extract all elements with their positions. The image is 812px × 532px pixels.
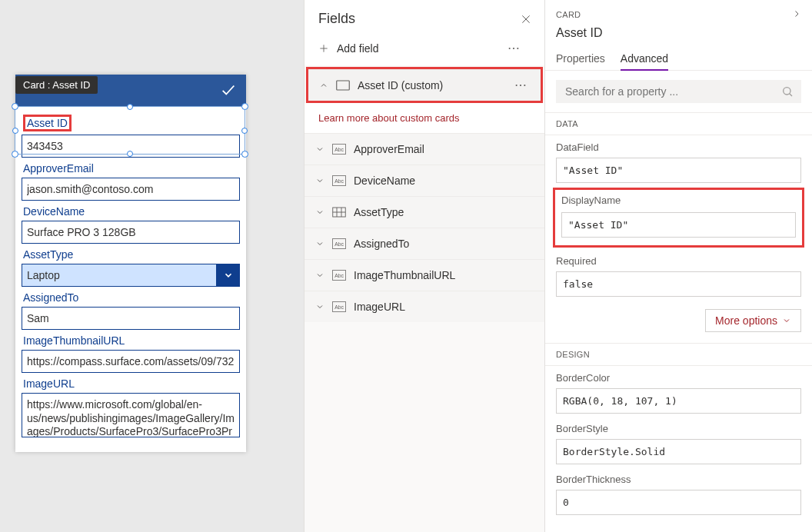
device-name-input[interactable] bbox=[22, 221, 240, 244]
svg-text:Abc: Abc bbox=[334, 178, 344, 184]
tab-properties[interactable]: Properties bbox=[556, 48, 605, 70]
field-label: AssetType bbox=[23, 248, 240, 261]
svg-rect-7 bbox=[337, 81, 350, 90]
field-item-device-name[interactable]: Abc DeviceName bbox=[304, 165, 544, 196]
asset-type-dropdown[interactable]: Laptop bbox=[22, 264, 240, 287]
chevron-down-icon bbox=[315, 271, 324, 280]
field-item-label: ImageThumbnailURL bbox=[354, 269, 534, 281]
field-label: AssignedTo bbox=[23, 291, 240, 304]
prop-search-input[interactable] bbox=[564, 85, 781, 98]
svg-text:Abc: Abc bbox=[334, 273, 344, 278]
svg-point-25 bbox=[784, 88, 790, 95]
accept-icon[interactable] bbox=[220, 81, 237, 101]
borderstyle-input[interactable] bbox=[556, 439, 801, 464]
learn-more-link[interactable]: Learn more about custom cards bbox=[304, 103, 544, 133]
prop-label: BorderColor bbox=[556, 372, 801, 384]
bordercolor-input[interactable] bbox=[556, 388, 801, 414]
highlight-field-item: Asset ID (custom) bbox=[306, 67, 543, 103]
borderthickness-input[interactable] bbox=[556, 490, 801, 515]
prop-datafield: DataField bbox=[545, 135, 812, 186]
field-asset-type[interactable]: AssetType Laptop bbox=[22, 248, 240, 287]
more-icon[interactable] bbox=[511, 84, 530, 87]
svg-text:Abc: Abc bbox=[334, 304, 344, 310]
field-image-url[interactable]: ImageURL bbox=[22, 377, 240, 440]
field-item-asset-type[interactable]: AssetType bbox=[304, 196, 544, 228]
field-assigned-to[interactable]: AssignedTo bbox=[22, 291, 240, 330]
displayname-input[interactable] bbox=[561, 212, 796, 238]
svg-text:Abc: Abc bbox=[334, 147, 344, 152]
approver-email-input[interactable] bbox=[22, 178, 240, 201]
svg-point-6 bbox=[517, 48, 518, 49]
chevron-up-icon bbox=[319, 81, 328, 90]
resize-handle[interactable] bbox=[241, 151, 248, 158]
tab-advanced[interactable]: Advanced bbox=[621, 48, 668, 71]
image-thumbnail-url-input[interactable] bbox=[22, 350, 240, 373]
datafield-input[interactable] bbox=[556, 158, 801, 183]
plus-icon bbox=[318, 43, 329, 54]
image-url-input[interactable] bbox=[22, 393, 240, 437]
selection-overlay bbox=[15, 106, 245, 155]
chevron-right-icon[interactable] bbox=[792, 8, 801, 22]
selection-tooltip: Card : Asset ID bbox=[15, 76, 98, 94]
field-item-asset-id-custom[interactable]: Asset ID (custom) bbox=[308, 69, 541, 101]
prop-label: DataField bbox=[556, 141, 801, 153]
chevron-down-icon bbox=[782, 316, 791, 325]
resize-handle[interactable] bbox=[12, 128, 18, 134]
prop-title: Asset ID bbox=[556, 26, 801, 40]
svg-point-4 bbox=[509, 48, 511, 49]
field-item-label: AssignedTo bbox=[354, 238, 534, 250]
resize-handle[interactable] bbox=[241, 128, 248, 134]
field-item-image-url[interactable]: Abc ImageURL bbox=[304, 291, 544, 322]
field-item-label: ImageURL bbox=[354, 301, 534, 313]
text-type-icon: Abc bbox=[332, 301, 346, 312]
prop-header: CARD Asset ID Properties Advanced bbox=[545, 0, 812, 71]
svg-line-26 bbox=[790, 94, 792, 96]
assigned-to-input[interactable] bbox=[22, 307, 240, 330]
prop-tabs: Properties Advanced bbox=[556, 48, 801, 70]
field-item-label: AssetType bbox=[354, 206, 534, 218]
more-options-label: More options bbox=[715, 314, 777, 327]
resize-handle[interactable] bbox=[12, 151, 18, 158]
field-item-image-thumbnail-url[interactable]: Abc ImageThumbnailURL bbox=[304, 259, 544, 291]
resize-handle[interactable] bbox=[127, 151, 133, 157]
properties-pane: CARD Asset ID Properties Advanced DATA D… bbox=[545, 0, 812, 532]
breadcrumb-label: CARD bbox=[556, 10, 581, 19]
prop-borderthickness: BorderThickness bbox=[545, 467, 812, 518]
prop-label: DisplayName bbox=[561, 195, 796, 206]
resize-handle[interactable] bbox=[241, 103, 248, 110]
prop-borderstyle: BorderStyle bbox=[545, 417, 812, 467]
field-image-thumbnail-url[interactable]: ImageThumbnailURL bbox=[22, 334, 240, 373]
add-field-button[interactable]: Add field bbox=[304, 35, 544, 65]
text-type-icon: Abc bbox=[332, 238, 346, 249]
fields-title: Fields bbox=[318, 11, 520, 27]
prop-label: Required bbox=[556, 255, 801, 267]
close-icon[interactable] bbox=[520, 13, 532, 25]
section-design: DESIGN bbox=[545, 343, 812, 366]
asset-type-value: Laptop bbox=[22, 264, 217, 287]
required-input[interactable] bbox=[556, 271, 801, 297]
text-type-icon: Abc bbox=[332, 144, 346, 155]
field-item-assigned-to[interactable]: Abc AssignedTo bbox=[304, 228, 544, 259]
section-data: DATA bbox=[545, 112, 812, 135]
fields-header: Fields bbox=[304, 0, 544, 35]
chevron-down-icon bbox=[315, 145, 324, 154]
field-item-approver-email[interactable]: Abc ApproverEmail bbox=[304, 133, 544, 165]
more-icon[interactable] bbox=[504, 47, 531, 50]
more-options-button[interactable]: More options bbox=[705, 309, 801, 332]
prop-search[interactable] bbox=[556, 80, 801, 103]
field-label: ImageURL bbox=[23, 377, 240, 390]
card-icon bbox=[336, 80, 350, 91]
resize-handle[interactable] bbox=[12, 103, 18, 110]
resize-handle[interactable] bbox=[127, 104, 133, 110]
chevron-down-icon bbox=[315, 176, 324, 185]
field-device-name[interactable]: DeviceName bbox=[22, 205, 240, 244]
field-approver-email[interactable]: ApproverEmail bbox=[22, 162, 240, 201]
canvas-area[interactable]: Asset ID ApproverEmail DeviceName AssetT… bbox=[0, 0, 304, 532]
text-type-icon: Abc bbox=[332, 175, 346, 186]
prop-bordercolor: BorderColor bbox=[545, 366, 812, 417]
field-label: DeviceName bbox=[23, 205, 240, 218]
svg-point-9 bbox=[520, 85, 521, 86]
field-label: ImageThumbnailURL bbox=[23, 334, 240, 347]
chevron-down-icon[interactable] bbox=[217, 264, 240, 287]
chevron-down-icon bbox=[315, 239, 324, 248]
